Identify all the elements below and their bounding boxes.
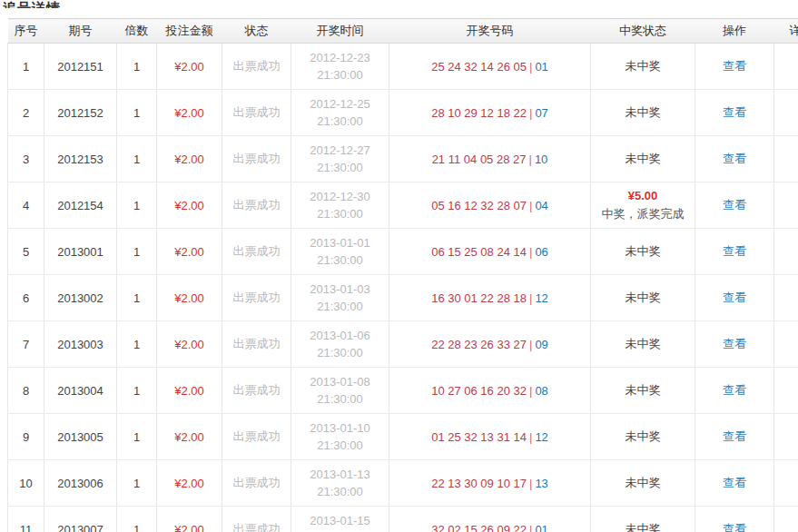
- table-row: 1120130071¥2.00出票成功2013-01-1521:30:0032 …: [8, 507, 798, 532]
- period-value: 2013001: [57, 245, 103, 259]
- draw-date: 2013-01-06: [291, 327, 389, 344]
- number-separator: |: [527, 106, 535, 120]
- status-value: 出票成功: [233, 244, 281, 258]
- status-cell: 出票成功: [222, 136, 291, 182]
- status-value: 出票成功: [233, 291, 281, 304]
- view-link[interactable]: 查看: [723, 198, 746, 212]
- seq-cell: 1: [8, 44, 44, 90]
- draw-date: 2012-12-23: [291, 49, 389, 66]
- period-cell: 2013007: [44, 507, 117, 532]
- table-header: 序号期号倍数投注金额状态开奖时间开奖号码中奖状态操作详情: [8, 19, 798, 44]
- period-value: 2013003: [57, 338, 103, 351]
- red-numbers: 10 27 06 16 20 32: [431, 384, 527, 398]
- view-link[interactable]: 查看: [723, 337, 746, 350]
- seq-value: 8: [23, 384, 29, 398]
- period-cell: 2012153: [44, 136, 117, 182]
- draw-numbers-cell: 22 28 23 26 33 27|09: [389, 321, 591, 368]
- action-cell: 查看: [695, 368, 774, 414]
- amount-cell: ¥2.00: [157, 229, 222, 275]
- status-cell: 出票成功: [222, 275, 291, 321]
- draw-date: 2012-12-25: [291, 95, 389, 113]
- draw-clock: 21:30:00: [291, 298, 389, 315]
- status-cell: 出票成功: [222, 229, 291, 275]
- period-value: 2013005: [57, 430, 103, 444]
- period-cell: 2012151: [44, 44, 117, 90]
- win-status-cell: 未中奖: [591, 460, 695, 507]
- status-cell: 出票成功: [222, 414, 291, 460]
- status-value: 出票成功: [233, 198, 281, 212]
- period-value: 2012152: [57, 106, 103, 120]
- seq-cell: 2: [8, 90, 44, 136]
- multiple-value: 1: [133, 384, 140, 398]
- draw-time-cell: 2013-01-1021:30:00: [291, 414, 389, 460]
- draw-numbers-cell: 28 10 29 12 18 22|07: [389, 90, 591, 136]
- period-value: 2012151: [57, 60, 103, 74]
- action-cell: 查看: [695, 507, 774, 532]
- draw-time-cell: 2013-01-1321:30:00: [291, 460, 389, 507]
- amount-value: ¥2.00: [174, 153, 204, 166]
- seq-cell: 3: [8, 136, 44, 182]
- view-link[interactable]: 查看: [723, 59, 746, 73]
- multiple-cell: 1: [117, 229, 157, 275]
- amount-value: ¥2.00: [174, 291, 204, 305]
- multiple-cell: 1: [117, 275, 157, 321]
- amount-value: ¥2.00: [174, 245, 204, 259]
- action-cell: 查看: [695, 275, 774, 321]
- records-table: 序号期号倍数投注金额状态开奖时间开奖号码中奖状态操作详情 120121511¥2…: [7, 18, 798, 532]
- multiple-cell: 1: [117, 90, 157, 136]
- win-status-text: 未中奖: [626, 59, 661, 73]
- seq-cell: 9: [8, 414, 44, 460]
- amount-cell: ¥2.00: [157, 136, 222, 182]
- status-cell: 出票成功: [222, 368, 291, 414]
- blue-number: 09: [535, 338, 547, 351]
- red-numbers: 25 24 32 14 26 05: [431, 60, 527, 74]
- view-link[interactable]: 查看: [723, 291, 746, 304]
- draw-time-cell: 2012-12-2721:30:00: [291, 136, 389, 182]
- draw-numbers-cell: 16 30 01 22 28 18|12: [389, 275, 591, 321]
- action-cell: 查看: [695, 136, 774, 182]
- table-row: 120121511¥2.00出票成功2012-12-2321:30:0025 2…: [8, 44, 798, 90]
- view-link[interactable]: 查看: [723, 429, 746, 443]
- draw-clock: 21:30:00: [291, 205, 389, 222]
- number-separator: |: [527, 384, 535, 398]
- view-link[interactable]: 查看: [723, 244, 746, 258]
- seq-cell: 7: [8, 321, 44, 368]
- win-status-text: 未中奖: [626, 383, 661, 397]
- multiple-cell: 1: [117, 136, 157, 182]
- number-separator: |: [527, 477, 535, 490]
- number-separator: |: [527, 199, 535, 212]
- seq-value: 5: [23, 245, 29, 259]
- action-cell: 查看: [695, 414, 774, 460]
- prize-amount: ¥5.00: [591, 187, 695, 205]
- blue-number: 01: [535, 523, 547, 532]
- draw-numbers-cell: 32 02 15 26 09 22|01: [389, 507, 591, 532]
- multiple-value: 1: [133, 430, 140, 444]
- status-value: 出票成功: [233, 383, 281, 397]
- amount-cell: ¥2.00: [157, 275, 222, 321]
- action-cell: 查看: [695, 44, 774, 90]
- extra-cell: [774, 321, 798, 368]
- view-link[interactable]: 查看: [723, 476, 746, 489]
- status-cell: 出票成功: [222, 321, 291, 368]
- draw-clock: 21:30:00: [291, 251, 389, 269]
- seq-cell: 4: [8, 182, 44, 229]
- period-value: 2013004: [57, 384, 103, 398]
- seq-value: 9: [23, 430, 29, 444]
- red-numbers: 16 30 01 22 28 18: [431, 291, 527, 305]
- view-link[interactable]: 查看: [723, 105, 746, 119]
- amount-cell: ¥2.00: [157, 44, 222, 90]
- status-value: 出票成功: [233, 105, 281, 119]
- red-numbers: 28 10 29 12 18 22: [431, 106, 527, 120]
- view-link[interactable]: 查看: [723, 522, 746, 532]
- column-header-amount: 投注金额: [157, 19, 222, 44]
- extra-cell: [774, 368, 798, 414]
- number-separator: |: [527, 338, 535, 351]
- draw-date: 2013-01-15: [291, 512, 389, 529]
- status-value: 出票成功: [233, 522, 281, 532]
- view-link[interactable]: 查看: [723, 383, 746, 397]
- view-link[interactable]: 查看: [723, 152, 746, 165]
- seq-cell: 10: [8, 460, 44, 507]
- amount-value: ¥2.00: [174, 338, 204, 351]
- draw-date: 2013-01-13: [291, 466, 389, 483]
- table-body: 120121511¥2.00出票成功2012-12-2321:30:0025 2…: [8, 44, 798, 532]
